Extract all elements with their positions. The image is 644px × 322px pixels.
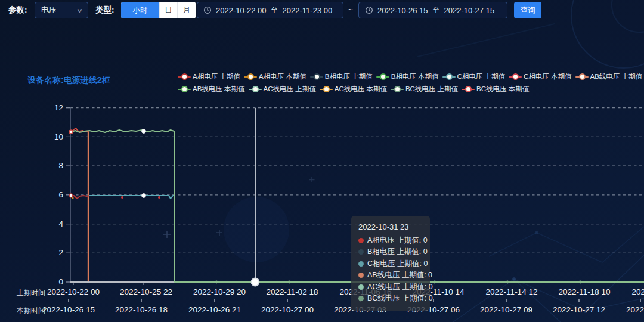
legend-item[interactable]: C相电压 上期值 (442, 72, 506, 81)
x-tick-label-curr: 2022-10-27 12 (553, 305, 605, 314)
y-tick-label: 6 (37, 190, 63, 199)
legend-marker-icon (376, 73, 389, 80)
range-curr-start: 2022-10-26 15 (377, 6, 428, 15)
x-tick-label-curr: 2022-10-27 15 (626, 305, 644, 314)
tooltip-row: BC线电压 上期值: 0 (358, 293, 423, 305)
x-axis-curr-name: 本期时间 (17, 306, 45, 316)
x-tick-label-prev: 2022-10-25 22 (120, 287, 172, 296)
legend-item[interactable]: BC线电压 上期值 (391, 85, 458, 94)
range-prev-start: 2022-10-22 00 (216, 6, 267, 15)
x-tick-label-curr: 2022-10-26 15 (42, 305, 95, 314)
x-tick-label-prev: 2022-10-29 20 (193, 287, 246, 296)
legend-item[interactable]: C相电压 本期值 (509, 72, 572, 81)
device-name-title: 设备名称:电源进线2柜 (27, 75, 110, 86)
clock-icon (365, 6, 373, 14)
param-label: 参数: (8, 5, 27, 16)
range-separator: ~ (348, 5, 353, 14)
legend-marker-icon (442, 73, 456, 80)
y-tick-label: 2 (37, 248, 63, 257)
series-dot-icon (358, 238, 364, 243)
legend-marker-icon (320, 86, 333, 92)
range-curr-to: 至 (432, 5, 440, 16)
x-tick-label-curr: 2022-10-27 09 (480, 305, 532, 314)
chart-legend: A相电压 上期值 A相电压 本期值 B相电压 上期值 B相电压 本期值 C相电压… (178, 72, 644, 94)
legend-item[interactable]: AB线电压 本期值 (178, 85, 245, 94)
legend-item[interactable]: B相电压 本期值 (376, 72, 439, 81)
series-dot-icon (358, 284, 364, 290)
legend-item[interactable]: B相电压 上期值 (310, 72, 373, 81)
legend-marker-icon (575, 73, 589, 80)
x-tick-label-curr: 2022-10-26 21 (188, 305, 241, 314)
type-label: 类型: (95, 5, 114, 16)
param-select-value: 电压 (41, 5, 57, 16)
tooltip-row: C相电压 上期值: 0 (358, 258, 423, 270)
x-tick-label-prev: 2022-11-02 18 (267, 287, 318, 296)
type-option-day[interactable]: 日 (159, 2, 177, 18)
x-tick-label-prev: 2022-11-22 08 (632, 287, 644, 296)
series-line-cyan (89, 196, 174, 281)
tooltip-title: 2022-10-31 23 (358, 221, 423, 233)
x-axis-prev-name: 上期时间 (17, 288, 45, 298)
x-tick-label-curr: 2022-10-26 18 (115, 305, 168, 314)
x-tick-label-prev: 2022-11-14 12 (486, 287, 538, 296)
tooltip-row: B相电压 上期值: 0 (358, 246, 423, 258)
series-dots (69, 129, 581, 286)
date-range-picker-curr[interactable]: 2022-10-26 15 至 2022-10-27 15 (358, 2, 507, 18)
tooltip-row: AC线电压 上期值: 0 (358, 281, 423, 293)
chart-canvas[interactable] (0, 0, 644, 322)
y-tick-label: 0 (37, 277, 63, 286)
range-prev-end: 2022-11-23 00 (283, 6, 333, 15)
legend-marker-icon (462, 86, 475, 92)
series-dot-icon (358, 273, 364, 278)
legend-marker-icon (178, 73, 191, 80)
tooltip-row: AB线电压 上期值: 0 (358, 270, 423, 281)
tooltip-row: A相电压 上期值: 0 (358, 235, 423, 247)
range-curr-end: 2022-10-27 15 (444, 6, 495, 15)
y-tick-label: 12 (37, 103, 63, 112)
type-option-hour[interactable]: 小时 (121, 2, 159, 18)
range-prev-to: 至 (271, 5, 278, 16)
legend-item[interactable]: AC线电压 上期值 (249, 85, 316, 94)
type-button-group: 小时 日 月 (121, 2, 196, 18)
clock-icon (203, 6, 212, 14)
series-dot-icon (358, 296, 364, 301)
x-tick-label-prev: 2022-10-22 00 (47, 287, 100, 296)
legend-item[interactable]: AB线电压 上期值 (575, 72, 643, 81)
date-range-picker-prev[interactable]: 2022-10-22 00 至 2022-11-23 00 (197, 2, 343, 18)
legend-marker-icon (249, 86, 262, 92)
x-tick-label-prev: 2022-11-18 10 (559, 287, 611, 296)
y-tick-label: 4 (37, 219, 63, 228)
series-dot-icon (358, 261, 364, 267)
legend-marker-icon (178, 86, 191, 92)
legend-marker-icon (391, 86, 404, 92)
x-tick-label-curr: 2022-10-27 00 (261, 305, 314, 314)
legend-item[interactable]: BC线电压 本期值 (462, 85, 529, 94)
legend-item[interactable]: A相电压 本期值 (244, 72, 306, 81)
legend-item[interactable]: AC线电压 本期值 (320, 85, 387, 94)
legend-marker-icon (509, 73, 522, 80)
param-select[interactable]: 电压 ∨ (35, 2, 88, 18)
toolbar: 参数: 电压 ∨ 类型: 小时 日 月 2022-10-22 00 至 2022… (0, 0, 644, 21)
y-tick-label: 8 (37, 161, 63, 170)
legend-marker-icon (244, 73, 257, 80)
series-dot-icon (358, 249, 364, 255)
legend-marker-icon (310, 73, 323, 80)
legend-item[interactable]: A相电压 上期值 (178, 72, 240, 81)
y-tick-label: 10 (37, 132, 63, 141)
type-option-month[interactable]: 月 (177, 2, 196, 18)
chart-tooltip: 2022-10-31 23 A相电压 上期值: 0 B相电压 上期值: 0 C相… (351, 216, 430, 311)
chevron-down-icon: ∨ (76, 7, 83, 14)
query-button[interactable]: 查询 (514, 2, 541, 18)
